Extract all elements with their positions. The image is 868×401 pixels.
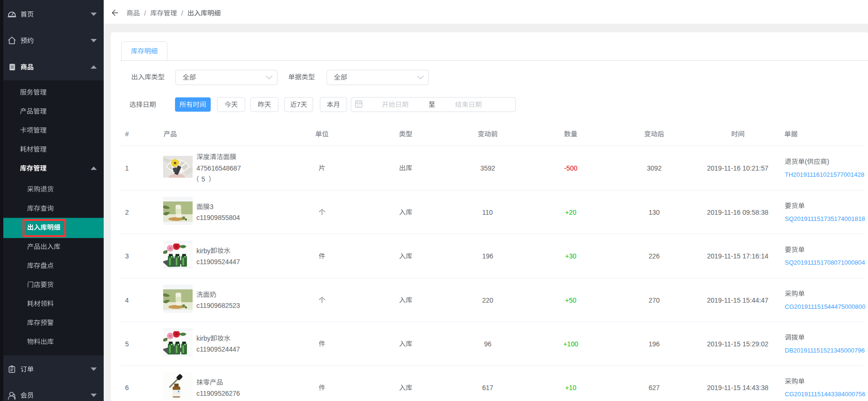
svg-text:(: (	[805, 158, 807, 165]
svg-text:4: 4	[125, 296, 129, 304]
svg-text:2019-11-15 15:29:02: 2019-11-15 15:29:02	[707, 340, 769, 348]
svg-text:475616548687: 475616548687	[196, 164, 241, 172]
svg-text:226: 226	[649, 252, 660, 260]
svg-text:3: 3	[125, 252, 129, 260]
svg-text:c11909682523: c11909682523	[196, 302, 240, 309]
svg-text:c11909855804: c11909855804	[196, 214, 240, 221]
svg-text:+100: +100	[563, 340, 578, 348]
svg-text:+20: +20	[565, 209, 576, 216]
svg-text:#: #	[125, 130, 129, 138]
svg-text:2019-11-16 10:21:57: 2019-11-16 10:21:57	[707, 164, 769, 172]
svg-text:CG201911151544475000800: CG201911151544475000800	[785, 303, 865, 310]
svg-text:6: 6	[125, 384, 129, 391]
svg-text:2: 2	[125, 209, 129, 216]
svg-text:617: 617	[482, 384, 494, 391]
svg-text:270: 270	[649, 296, 660, 304]
svg-text:/: /	[144, 10, 146, 17]
svg-text:1: 1	[125, 164, 129, 172]
svg-text:DB201911151521345000796: DB201911151521345000796	[785, 347, 865, 354]
svg-text:130: 130	[649, 209, 660, 216]
svg-text:196: 196	[649, 340, 660, 348]
svg-text:220: 220	[482, 296, 494, 304]
svg-text:7: 7	[297, 101, 301, 108]
svg-text:CG201911151443384000756: CG201911151443384000756	[785, 391, 865, 398]
svg-text:96: 96	[484, 340, 492, 348]
svg-text:2019-11-15 17:16:14: 2019-11-15 17:16:14	[707, 252, 769, 260]
svg-text:/: /	[181, 10, 183, 17]
svg-text:110: 110	[482, 209, 493, 216]
svg-text:196: 196	[482, 252, 494, 260]
svg-text:+50: +50	[565, 296, 576, 304]
svg-text:c11909526276: c11909526276	[196, 390, 240, 397]
svg-text:kirby: kirby	[196, 334, 211, 342]
svg-text:3092: 3092	[647, 164, 662, 172]
svg-text:5: 5	[202, 175, 205, 183]
svg-text:+10: +10	[565, 384, 576, 391]
svg-text:+30: +30	[565, 252, 576, 260]
svg-text:2019-11-15 14:43:38: 2019-11-15 14:43:38	[707, 384, 769, 391]
svg-text:c11909524447: c11909524447	[196, 258, 240, 266]
svg-text:SQ201911151708071000804: SQ201911151708071000804	[785, 259, 865, 266]
svg-text:kirby: kirby	[196, 247, 211, 255]
svg-text:3592: 3592	[480, 164, 495, 172]
svg-text:-500: -500	[564, 164, 577, 172]
svg-text:2019-11-16 09:58:38: 2019-11-16 09:58:38	[707, 209, 769, 216]
svg-text:): )	[827, 158, 829, 165]
svg-text:c11909524447: c11909524447	[196, 345, 240, 353]
svg-text:SQ201911151735174001818: SQ201911151735174001818	[785, 215, 865, 222]
svg-text:3: 3	[210, 203, 214, 210]
svg-text:5: 5	[125, 340, 129, 348]
svg-text:627: 627	[649, 384, 660, 391]
svg-text:2019-11-15 15:44:47: 2019-11-15 15:44:47	[707, 296, 769, 304]
svg-text:TH201911161021577001428: TH201911161021577001428	[785, 171, 864, 178]
